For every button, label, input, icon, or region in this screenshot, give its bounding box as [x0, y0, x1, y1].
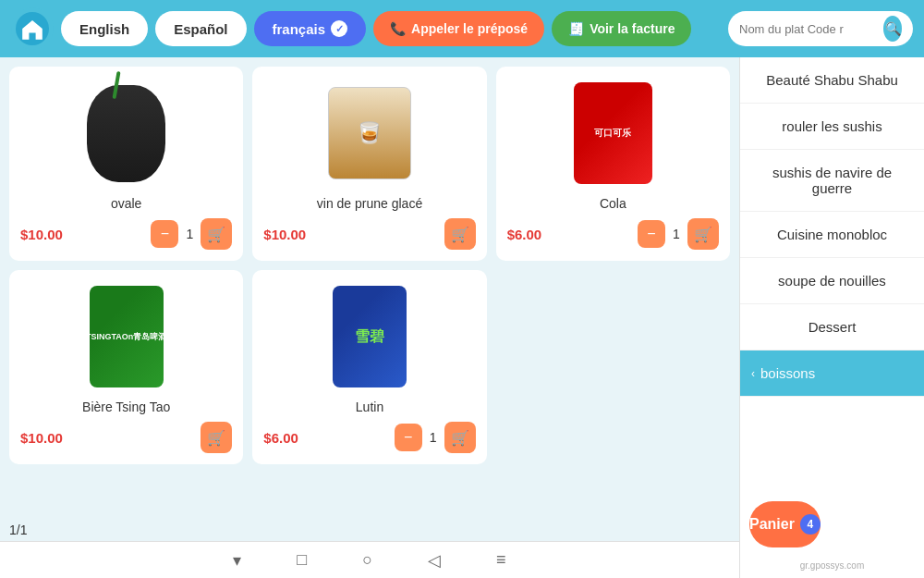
- add-to-cart-lutin[interactable]: 🛒: [444, 422, 476, 453]
- call-attendant-button[interactable]: 📞 Appeler le préposé: [373, 11, 544, 46]
- product-price-vin-prune: $10.00: [263, 227, 306, 242]
- product-card-lutin: Lutin $6.00 − 1 🛒: [252, 270, 486, 464]
- search-icon: 🔍: [885, 21, 901, 36]
- decrease-qty-cola[interactable]: −: [638, 220, 665, 248]
- product-name-lutin: Lutin: [356, 400, 383, 414]
- qty-control-ovale: − 1 🛒: [151, 218, 232, 250]
- cart-badge: 4: [800, 514, 821, 535]
- main-content: ovale $10.00 − 1 🛒 🥃: [0, 57, 924, 578]
- product-card-tsingtao: Bière Tsing Tao $10.00 🛒: [9, 270, 243, 464]
- boissons-label: boissons: [760, 365, 815, 381]
- espanol-lang-button[interactable]: Español: [155, 11, 246, 46]
- sprite-image: [333, 286, 407, 387]
- pagination-text: 1/1: [9, 523, 27, 537]
- category-sidebar: Beauté Shabu Shabu rouler les sushis sus…: [739, 57, 924, 578]
- check-icon: ✓: [331, 20, 347, 37]
- product-grid: ovale $10.00 − 1 🛒 🥃: [9, 67, 730, 464]
- espanol-label: Español: [174, 21, 227, 37]
- english-label: English: [79, 21, 129, 37]
- product-name-tsingtao: Bière Tsing Tao: [82, 400, 170, 414]
- sidebar-item-beaute[interactable]: Beauté Shabu Shabu: [740, 57, 924, 104]
- francais-lang-button[interactable]: français ✓: [254, 11, 367, 46]
- drink-iced-image: [87, 85, 165, 182]
- home-button[interactable]: [11, 7, 54, 50]
- qty-control-lutin: − 1 🛒: [395, 422, 476, 453]
- bottom-nav: ▾ □ ○ ◁ ≡: [0, 541, 739, 578]
- cart-label: Panier: [749, 516, 795, 533]
- product-area-wrapper: ovale $10.00 − 1 🛒 🥃: [0, 57, 739, 578]
- watermark: gr.gpossys.com: [740, 557, 924, 578]
- product-price-cola: $6.00: [507, 227, 542, 242]
- product-price-ovale: $10.00: [20, 227, 63, 242]
- product-bottom-cola: $6.00 − 1 🛒: [507, 218, 719, 250]
- view-invoice-button[interactable]: 🧾 Voir la facture: [552, 11, 691, 46]
- product-image-tsingtao: [67, 281, 187, 392]
- nav-square-icon[interactable]: □: [297, 550, 307, 570]
- add-to-cart-vin-prune[interactable]: 🛒: [444, 218, 476, 250]
- cart-button[interactable]: Panier 4: [749, 501, 821, 547]
- decrease-qty-ovale[interactable]: −: [151, 220, 178, 248]
- qty-control-tsingtao: 🛒: [201, 422, 232, 453]
- whiskey-image: 🥃: [328, 87, 411, 179]
- sidebar-item-noodle[interactable]: soupe de nouilles: [740, 258, 924, 304]
- product-image-ovale: [67, 78, 187, 189]
- sushi-roll-label: rouler les sushis: [782, 118, 881, 134]
- product-price-lutin: $6.00: [263, 430, 298, 446]
- pagination: 1/1: [0, 519, 739, 541]
- add-to-cart-cola[interactable]: 🛒: [687, 218, 719, 250]
- cart-btn-container: Panier 4: [740, 492, 924, 557]
- qty-control-vin-prune: 🛒: [444, 218, 476, 250]
- product-bottom-lutin: $6.00 − 1 🛒: [263, 422, 475, 453]
- nav-down-icon[interactable]: ▾: [233, 550, 241, 571]
- english-lang-button[interactable]: English: [61, 11, 148, 46]
- sidebar-item-warship-sushi[interactable]: sushis de navire de guerre: [740, 150, 924, 212]
- search-box: 🔍: [728, 11, 913, 46]
- header: English Español français ✓ 📞 Appeler le …: [0, 0, 924, 57]
- product-price-tsingtao: $10.00: [20, 430, 63, 446]
- product-area: ovale $10.00 − 1 🛒 🥃: [0, 57, 739, 519]
- qty-number-lutin: 1: [426, 430, 441, 445]
- beaute-label: Beauté Shabu Shabu: [766, 72, 898, 88]
- invoice-icon: 🧾: [568, 21, 584, 36]
- cola-image: [574, 82, 652, 184]
- product-image-vin-prune: 🥃: [310, 78, 430, 189]
- product-name-ovale: ovale: [111, 196, 141, 211]
- sidebar-spacer: [740, 397, 924, 492]
- product-card-cola: Cola $6.00 − 1 🛒: [496, 67, 730, 261]
- call-label: Appeler le préposé: [411, 21, 528, 36]
- product-name-cola: Cola: [600, 196, 626, 211]
- sidebar-item-sushi-roll[interactable]: rouler les sushis: [740, 104, 924, 150]
- product-card-ovale: ovale $10.00 − 1 🛒: [9, 67, 243, 261]
- product-bottom-ovale: $10.00 − 1 🛒: [20, 218, 232, 250]
- cuisine-label: Cuisine monobloc: [777, 227, 887, 242]
- nav-circle-icon[interactable]: ○: [362, 550, 372, 570]
- qty-number-ovale: 1: [182, 227, 197, 241]
- sidebar-item-cuisine[interactable]: Cuisine monobloc: [740, 212, 924, 258]
- sidebar-item-dessert[interactable]: Dessert: [740, 304, 924, 350]
- call-icon: 📞: [390, 21, 406, 36]
- noodle-label: soupe de nouilles: [778, 273, 886, 289]
- product-bottom-tsingtao: $10.00 🛒: [20, 422, 232, 453]
- product-name-vin-prune: vin de prune glacé: [317, 196, 422, 211]
- sidebar-item-boissons[interactable]: ‹ boissons: [740, 350, 924, 397]
- straw-decoration: [113, 70, 121, 98]
- search-button[interactable]: 🔍: [883, 16, 902, 42]
- tsingtao-image: [90, 286, 164, 387]
- chevron-left-icon: ‹: [751, 367, 755, 380]
- glass-icon: 🥃: [357, 121, 382, 145]
- product-image-cola: [553, 78, 673, 189]
- warship-sushi-label: sushis de navire de guerre: [772, 165, 892, 196]
- add-to-cart-tsingtao[interactable]: 🛒: [201, 422, 232, 453]
- product-bottom-vin-prune: $10.00 🛒: [263, 218, 475, 250]
- dessert-label: Dessert: [808, 319, 857, 335]
- decrease-qty-lutin[interactable]: −: [395, 424, 422, 451]
- nav-menu-icon[interactable]: ≡: [496, 550, 506, 570]
- add-to-cart-ovale[interactable]: 🛒: [201, 218, 232, 250]
- product-card-vin-prune: 🥃 vin de prune glacé $10.00 🛒: [252, 67, 486, 261]
- nav-back-icon[interactable]: ◁: [428, 550, 441, 571]
- qty-number-cola: 1: [669, 227, 684, 241]
- francais-label: français: [273, 21, 326, 37]
- search-input[interactable]: [739, 22, 878, 36]
- qty-control-cola: − 1 🛒: [638, 218, 719, 250]
- invoice-label: Voir la facture: [590, 21, 675, 36]
